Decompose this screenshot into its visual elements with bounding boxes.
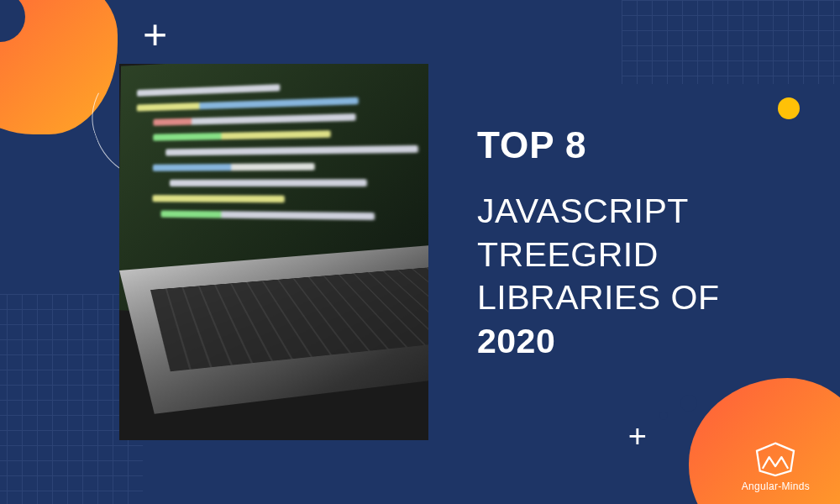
decorative-grid-top-right	[622, 0, 840, 84]
subtitle-year: 2020	[477, 322, 555, 360]
brand-name: Angular-Minds	[742, 480, 810, 492]
headline-subtitle: JAVASCRIPT TREEGRID LIBRARIES OF 2020	[477, 190, 790, 364]
angular-minds-icon	[752, 440, 799, 477]
headline-block: TOP 8 JAVASCRIPT TREEGRID LIBRARIES OF 2…	[477, 124, 790, 364]
subtitle-line: TREEGRID	[477, 235, 659, 274]
decorative-yellow-dot	[778, 97, 800, 119]
headline-top: TOP 8	[477, 124, 790, 166]
decorative-blue-dot	[659, 412, 668, 420]
plus-icon: +	[143, 13, 167, 55]
laptop-code-image	[119, 64, 428, 440]
subtitle-line: JAVASCRIPT	[477, 192, 689, 230]
decorative-blob-hole	[680, 395, 697, 412]
plus-icon: +	[628, 420, 647, 452]
brand-logo: Angular-Minds	[742, 440, 810, 492]
subtitle-line: LIBRARIES OF	[477, 278, 720, 317]
